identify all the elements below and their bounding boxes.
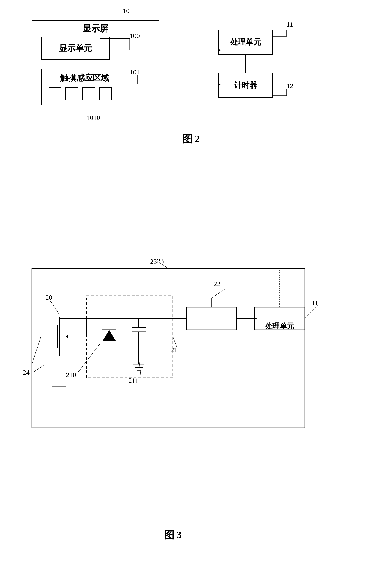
ref-label-20: 20 xyxy=(45,294,52,301)
figure-2-area: 10 显示屏 显示单元 触摸感应区域 100 101 xyxy=(14,7,368,148)
ref-label-210: 210 xyxy=(66,371,76,379)
figure-3-area: 23 xyxy=(14,250,368,551)
fig3-caption: 图 3 xyxy=(14,528,332,542)
touch-square-1 xyxy=(49,87,61,100)
page: 10 显示屏 显示单元 触摸感应区域 100 101 xyxy=(0,0,380,588)
ref-100: 100 xyxy=(130,32,140,39)
processing-unit-label-3: 处理单元 xyxy=(255,315,305,338)
timer-label: 计时器 xyxy=(234,80,257,91)
ref-label-23: 23 xyxy=(150,258,157,265)
ref-label-24: 24 xyxy=(23,369,30,376)
svg-line-63 xyxy=(211,289,225,298)
svg-line-65 xyxy=(77,344,100,373)
timer-box: 计时器 xyxy=(218,73,273,98)
svg-marker-36 xyxy=(102,330,116,341)
touch-square-4 xyxy=(99,87,112,100)
svg-line-32 xyxy=(32,337,41,364)
fig3-svg xyxy=(14,250,368,523)
ref-label-22: 22 xyxy=(214,280,221,288)
ref-label-21: 21 xyxy=(171,346,177,354)
svg-rect-16 xyxy=(32,269,305,428)
ref-label-11: 11 xyxy=(312,299,318,307)
display-unit-box: 显示单元 xyxy=(41,37,110,60)
ref-11: 11 xyxy=(286,20,293,28)
ref-12: 12 xyxy=(286,82,293,90)
processing-unit-label: 处理单元 xyxy=(230,37,261,47)
ref-1010: 1010 xyxy=(86,114,100,121)
touch-sensor-title: 触摸感应区域 xyxy=(60,73,109,84)
display-unit-label: 显示单元 xyxy=(59,43,92,54)
svg-line-33 xyxy=(50,300,59,314)
ref-10: 10 xyxy=(123,7,130,15)
touch-squares xyxy=(49,87,112,100)
touch-square-2 xyxy=(65,87,78,100)
touch-square-3 xyxy=(82,87,95,100)
ref-101: 101 xyxy=(130,68,140,76)
processing-unit-box: 处理单元 xyxy=(218,30,273,55)
svg-line-67 xyxy=(305,305,318,319)
fig2-caption: 图 2 xyxy=(14,132,368,146)
svg-rect-55 xyxy=(187,307,236,330)
display-screen-box: 显示屏 显示单元 触摸感应区域 xyxy=(32,20,159,116)
svg-line-68 xyxy=(32,364,45,373)
ref-label-211: 211 xyxy=(129,377,138,384)
touch-sensor-box: 触摸感应区域 xyxy=(41,69,141,105)
